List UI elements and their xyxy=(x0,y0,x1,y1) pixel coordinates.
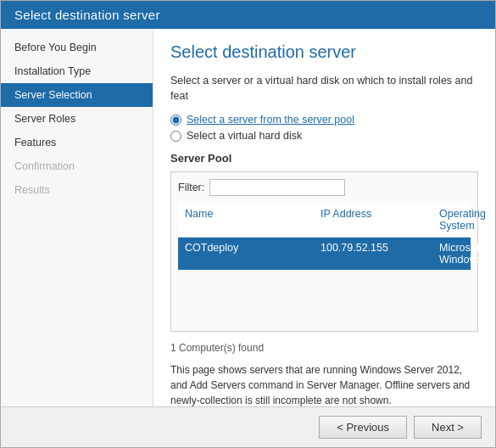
previous-button[interactable]: < Previous xyxy=(319,416,407,439)
sidebar-item-server-selection[interactable]: Server Selection xyxy=(1,83,153,107)
found-text: 1 Computer(s) found xyxy=(170,339,478,357)
server-pool-container: Filter: Name IP Address Operating System… xyxy=(170,171,478,332)
server-pool-title: Server Pool xyxy=(170,152,478,165)
page-heading: Select destination server xyxy=(170,42,478,62)
footer: < Previous Next > xyxy=(1,406,495,447)
description-text: Select a server or a virtual hard disk o… xyxy=(170,74,478,104)
filter-row: Filter: xyxy=(178,179,471,196)
col-header-os: Operating System xyxy=(436,206,489,233)
table-row[interactable]: COTdeploy 100.79.52.155 Microsoft Window… xyxy=(178,238,471,270)
main-content: Select destination server Select a serve… xyxy=(153,29,495,406)
sidebar-item-before-you-begin[interactable]: Before You Begin xyxy=(1,36,153,59)
radio-server-pool-label[interactable]: Select a server from the server pool xyxy=(187,114,354,126)
window-title: Select destination server xyxy=(14,8,160,22)
sidebar-item-features[interactable]: Features xyxy=(1,131,153,154)
table-body: COTdeploy 100.79.52.155 Microsoft Window… xyxy=(178,238,471,331)
radio-vhd-label[interactable]: Select a virtual hard disk xyxy=(187,130,302,142)
radio-group: Select a server from the server pool Sel… xyxy=(170,114,478,142)
sidebar-item-results: Results xyxy=(1,178,153,202)
table-header: Name IP Address Operating System xyxy=(178,203,471,238)
radio-vhd[interactable] xyxy=(170,131,181,142)
cell-name: COTdeploy xyxy=(181,240,317,267)
filter-label: Filter: xyxy=(178,182,204,193)
main-window: Select destination server Before You Beg… xyxy=(0,0,496,448)
radio-option-vhd[interactable]: Select a virtual hard disk xyxy=(170,130,478,142)
sidebar-item-confirmation: Confirmation xyxy=(1,154,153,178)
col-header-name: Name xyxy=(181,206,317,233)
window-body: Before You Begin Installation Type Serve… xyxy=(1,29,495,406)
cell-ip: 100.79.52.155 xyxy=(317,240,436,267)
radio-option-server-pool[interactable]: Select a server from the server pool xyxy=(170,114,478,126)
info-text: This page shows servers that are running… xyxy=(170,362,478,406)
sidebar: Before You Begin Installation Type Serve… xyxy=(1,29,153,406)
col-header-ip: IP Address xyxy=(317,206,436,233)
sidebar-item-installation-type[interactable]: Installation Type xyxy=(1,59,153,83)
sidebar-item-server-roles[interactable]: Server Roles xyxy=(1,107,153,131)
window-title-bar: Select destination server xyxy=(1,1,495,29)
filter-input[interactable] xyxy=(209,179,345,196)
cell-os: Microsoft Windows xyxy=(436,240,486,267)
next-button[interactable]: Next > xyxy=(414,416,482,439)
radio-server-pool[interactable] xyxy=(170,115,181,126)
